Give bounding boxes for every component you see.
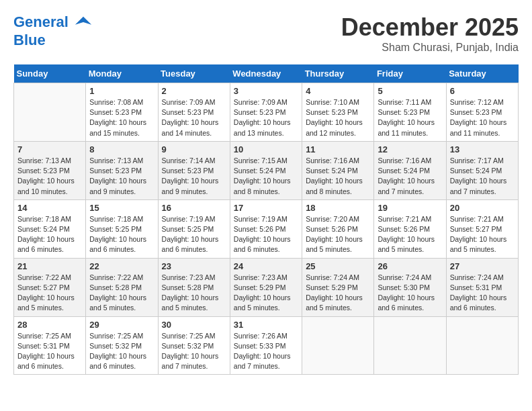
day-cell: 27Sunrise: 7:24 AMSunset: 5:31 PMDayligh…: [446, 258, 518, 316]
day-cell: 5Sunrise: 7:11 AMSunset: 5:23 PMDaylight…: [374, 83, 446, 142]
day-number: 7: [17, 144, 82, 154]
day-cell: [14, 83, 86, 142]
day-info: Sunrise: 7:20 AMSunset: 5:26 PMDaylight:…: [306, 214, 370, 255]
day-number: 5: [378, 86, 442, 96]
header-tuesday: Tuesday: [158, 64, 230, 83]
day-cell: 19Sunrise: 7:21 AMSunset: 5:26 PMDayligh…: [374, 199, 446, 258]
day-number: 1: [89, 86, 154, 96]
day-info: Sunrise: 7:13 AMSunset: 5:23 PMDaylight:…: [17, 156, 82, 197]
month-title: December 2025: [341, 13, 519, 42]
day-number: 6: [450, 86, 515, 96]
day-info: Sunrise: 7:19 AMSunset: 5:26 PMDaylight:…: [234, 214, 298, 255]
logo-text: General: [13, 13, 93, 32]
week-row-4: 21Sunrise: 7:22 AMSunset: 5:27 PMDayligh…: [14, 258, 519, 316]
logo: General Blue: [13, 13, 93, 48]
day-cell: 6Sunrise: 7:12 AMSunset: 5:23 PMDaylight…: [446, 83, 518, 142]
day-number: 9: [162, 144, 226, 154]
day-cell: 17Sunrise: 7:19 AMSunset: 5:26 PMDayligh…: [230, 199, 302, 258]
day-number: 24: [234, 261, 298, 271]
day-number: 8: [89, 144, 154, 154]
day-info: Sunrise: 7:23 AMSunset: 5:29 PMDaylight:…: [234, 273, 298, 314]
day-cell: 29Sunrise: 7:25 AMSunset: 5:32 PMDayligh…: [86, 316, 158, 375]
week-row-1: 1Sunrise: 7:08 AMSunset: 5:23 PMDaylight…: [14, 83, 519, 142]
day-cell: 2Sunrise: 7:09 AMSunset: 5:23 PMDaylight…: [158, 83, 230, 142]
day-info: Sunrise: 7:26 AMSunset: 5:33 PMDaylight:…: [234, 331, 298, 372]
svg-marker-0: [75, 17, 91, 25]
day-cell: 8Sunrise: 7:13 AMSunset: 5:23 PMDaylight…: [86, 141, 158, 199]
day-cell: 22Sunrise: 7:22 AMSunset: 5:28 PMDayligh…: [86, 258, 158, 316]
day-cell: 21Sunrise: 7:22 AMSunset: 5:27 PMDayligh…: [14, 258, 86, 316]
day-cell: 24Sunrise: 7:23 AMSunset: 5:29 PMDayligh…: [230, 258, 302, 316]
day-info: Sunrise: 7:25 AMSunset: 5:31 PMDaylight:…: [17, 331, 82, 372]
day-cell: 25Sunrise: 7:24 AMSunset: 5:29 PMDayligh…: [302, 258, 374, 316]
day-info: Sunrise: 7:21 AMSunset: 5:27 PMDaylight:…: [450, 214, 515, 255]
day-number: 30: [162, 320, 226, 330]
day-info: Sunrise: 7:19 AMSunset: 5:25 PMDaylight:…: [162, 214, 226, 255]
day-number: 31: [234, 320, 298, 330]
day-cell: 1Sunrise: 7:08 AMSunset: 5:23 PMDaylight…: [86, 83, 158, 142]
day-number: 15: [89, 203, 154, 213]
day-number: 18: [306, 203, 370, 213]
day-info: Sunrise: 7:08 AMSunset: 5:23 PMDaylight:…: [89, 97, 154, 138]
week-row-2: 7Sunrise: 7:13 AMSunset: 5:23 PMDaylight…: [14, 141, 519, 199]
day-number: 21: [17, 261, 82, 271]
header-saturday: Saturday: [446, 64, 518, 83]
day-cell: [302, 316, 374, 375]
day-cell: 20Sunrise: 7:21 AMSunset: 5:27 PMDayligh…: [446, 199, 518, 258]
day-info: Sunrise: 7:09 AMSunset: 5:23 PMDaylight:…: [162, 97, 226, 138]
day-cell: 4Sunrise: 7:10 AMSunset: 5:23 PMDaylight…: [302, 83, 374, 142]
calendar-table: SundayMondayTuesdayWednesdayThursdayFrid…: [13, 64, 519, 375]
day-info: Sunrise: 7:10 AMSunset: 5:23 PMDaylight:…: [306, 97, 370, 138]
header-friday: Friday: [374, 64, 446, 83]
day-info: Sunrise: 7:25 AMSunset: 5:32 PMDaylight:…: [162, 331, 226, 372]
day-number: 12: [378, 144, 442, 154]
header-row: SundayMondayTuesdayWednesdayThursdayFrid…: [14, 64, 519, 83]
day-info: Sunrise: 7:24 AMSunset: 5:29 PMDaylight:…: [306, 273, 370, 314]
day-number: 20: [450, 203, 515, 213]
day-number: 10: [234, 144, 298, 154]
day-number: 26: [378, 261, 442, 271]
page-header: General Blue December 2025 Sham Churasi,…: [13, 13, 519, 54]
week-row-3: 14Sunrise: 7:18 AMSunset: 5:24 PMDayligh…: [14, 199, 519, 258]
day-cell: 28Sunrise: 7:25 AMSunset: 5:31 PMDayligh…: [14, 316, 86, 375]
title-block: December 2025 Sham Churasi, Punjab, Indi…: [341, 13, 519, 54]
logo-general: General: [13, 13, 69, 30]
day-cell: [446, 316, 518, 375]
day-info: Sunrise: 7:18 AMSunset: 5:25 PMDaylight:…: [89, 214, 154, 255]
day-cell: 30Sunrise: 7:25 AMSunset: 5:32 PMDayligh…: [158, 316, 230, 375]
location-subtitle: Sham Churasi, Punjab, India: [341, 42, 519, 54]
day-cell: 23Sunrise: 7:23 AMSunset: 5:28 PMDayligh…: [158, 258, 230, 316]
header-sunday: Sunday: [14, 64, 86, 83]
day-number: 17: [234, 203, 298, 213]
day-info: Sunrise: 7:24 AMSunset: 5:30 PMDaylight:…: [378, 273, 442, 314]
day-cell: 26Sunrise: 7:24 AMSunset: 5:30 PMDayligh…: [374, 258, 446, 316]
header-monday: Monday: [86, 64, 158, 83]
day-cell: 15Sunrise: 7:18 AMSunset: 5:25 PMDayligh…: [86, 199, 158, 258]
day-info: Sunrise: 7:13 AMSunset: 5:23 PMDaylight:…: [89, 156, 154, 197]
day-cell: [374, 316, 446, 375]
day-cell: 3Sunrise: 7:09 AMSunset: 5:23 PMDaylight…: [230, 83, 302, 142]
day-info: Sunrise: 7:22 AMSunset: 5:27 PMDaylight:…: [17, 273, 82, 314]
day-number: 19: [378, 203, 442, 213]
day-info: Sunrise: 7:17 AMSunset: 5:24 PMDaylight:…: [450, 156, 515, 197]
day-info: Sunrise: 7:24 AMSunset: 5:31 PMDaylight:…: [450, 273, 515, 314]
day-info: Sunrise: 7:21 AMSunset: 5:26 PMDaylight:…: [378, 214, 442, 255]
day-number: 13: [450, 144, 515, 154]
day-cell: 7Sunrise: 7:13 AMSunset: 5:23 PMDaylight…: [14, 141, 86, 199]
day-number: 11: [306, 144, 370, 154]
day-number: 23: [162, 261, 226, 271]
logo-blue: Blue: [13, 32, 93, 48]
day-number: 3: [234, 86, 298, 96]
day-cell: 10Sunrise: 7:15 AMSunset: 5:24 PMDayligh…: [230, 141, 302, 199]
day-info: Sunrise: 7:15 AMSunset: 5:24 PMDaylight:…: [234, 156, 298, 197]
day-info: Sunrise: 7:22 AMSunset: 5:28 PMDaylight:…: [89, 273, 154, 314]
day-cell: 14Sunrise: 7:18 AMSunset: 5:24 PMDayligh…: [14, 199, 86, 258]
logo-bird-icon: [74, 13, 93, 32]
day-info: Sunrise: 7:14 AMSunset: 5:23 PMDaylight:…: [162, 156, 226, 197]
day-info: Sunrise: 7:12 AMSunset: 5:23 PMDaylight:…: [450, 97, 515, 138]
header-thursday: Thursday: [302, 64, 374, 83]
day-cell: 13Sunrise: 7:17 AMSunset: 5:24 PMDayligh…: [446, 141, 518, 199]
day-number: 2: [162, 86, 226, 96]
day-number: 4: [306, 86, 370, 96]
day-number: 16: [162, 203, 226, 213]
